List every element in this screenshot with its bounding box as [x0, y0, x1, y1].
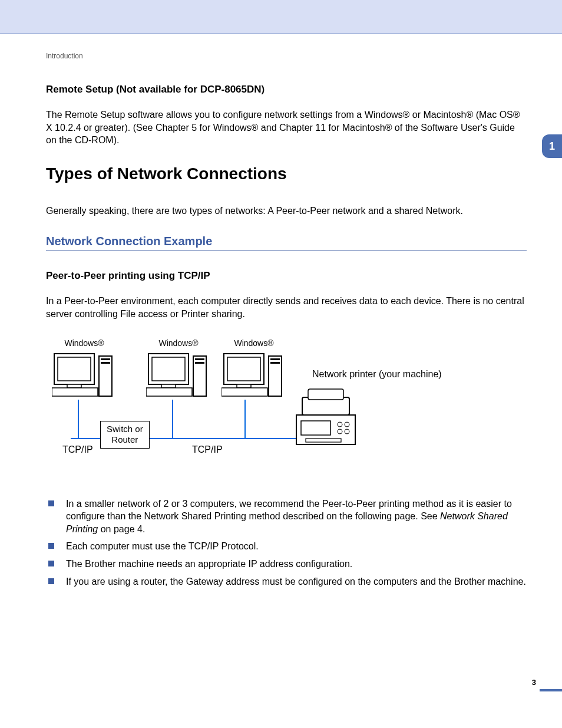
switch-line1: Switch or: [107, 424, 143, 434]
tcpip-label-1: TCP/IP: [62, 444, 93, 455]
bullet-text: If you are using a router, the Gateway a…: [66, 577, 526, 587]
svg-rect-7: [58, 357, 91, 381]
list-item: Each computer must use the TCP/IP Protoc…: [46, 540, 527, 553]
network-example-heading: Network Connection Example: [46, 235, 527, 251]
p2p-paragraph: In a Peer-to-Peer environment, each comp…: [46, 295, 527, 320]
printer-label: Network printer (your machine): [312, 369, 442, 380]
svg-rect-30: [301, 421, 330, 435]
svg-rect-26: [270, 362, 280, 364]
svg-rect-18: [195, 358, 204, 360]
svg-rect-35: [306, 439, 341, 442]
bullet-text: Each computer must use the TCP/IP Protoc…: [66, 541, 259, 551]
svg-rect-21: [227, 357, 260, 381]
svg-rect-29: [308, 389, 343, 400]
list-item: The Brother machine needs an appropriate…: [46, 558, 527, 571]
svg-point-31: [338, 422, 342, 427]
svg-rect-22: [237, 384, 251, 388]
svg-point-33: [338, 429, 342, 434]
remote-setup-heading: Remote Setup (Not available for DCP-8065…: [46, 84, 527, 95]
svg-rect-25: [270, 358, 280, 360]
header-band: [0, 0, 562, 34]
svg-rect-19: [195, 362, 204, 364]
network-diagram: Windows® Windows®: [46, 338, 529, 468]
remote-setup-paragraph: The Remote Setup software allows you to …: [46, 108, 527, 147]
svg-rect-11: [101, 358, 110, 360]
svg-rect-15: [161, 384, 176, 388]
svg-point-34: [345, 429, 349, 434]
list-item: If you are using a router, the Gateway a…: [46, 575, 527, 588]
chapter-tab: 1: [542, 134, 562, 158]
computer-icon: [52, 351, 117, 397]
svg-rect-14: [152, 357, 185, 381]
switch-line2: Router: [111, 434, 138, 444]
tcpip-label-2: TCP/IP: [192, 444, 223, 455]
page-content: Introduction Remote Setup (Not available…: [0, 34, 562, 588]
printer-icon: [290, 386, 361, 450]
svg-rect-23: [222, 388, 267, 396]
pc2-label: Windows®: [146, 338, 211, 348]
types-paragraph: Generally speaking, there are two types …: [46, 205, 527, 218]
computer-icon: [146, 351, 211, 397]
bullet-text: The Brother machine needs an appropriate…: [66, 559, 352, 569]
pc1-label: Windows®: [52, 338, 117, 348]
svg-rect-9: [52, 388, 98, 396]
page-number: 3: [532, 678, 536, 687]
p2p-heading: Peer-to-Peer printing using TCP/IP: [46, 270, 527, 282]
bullet-text-post: on page 4.: [98, 524, 145, 534]
svg-rect-12: [101, 362, 110, 364]
switch-router-box: Switch or Router: [100, 421, 150, 449]
types-heading: Types of Network Connections: [46, 164, 527, 183]
computer-icon: [222, 351, 286, 397]
list-item: In a smaller network of 2 or 3 computers…: [46, 498, 527, 536]
svg-rect-8: [67, 384, 81, 388]
pc3-label: Windows®: [222, 338, 286, 348]
svg-rect-16: [146, 388, 192, 396]
bullet-list: In a smaller network of 2 or 3 computers…: [46, 498, 527, 588]
page-number-accent: [540, 689, 562, 691]
breadcrumb: Introduction: [46, 52, 527, 60]
svg-point-32: [345, 422, 349, 427]
